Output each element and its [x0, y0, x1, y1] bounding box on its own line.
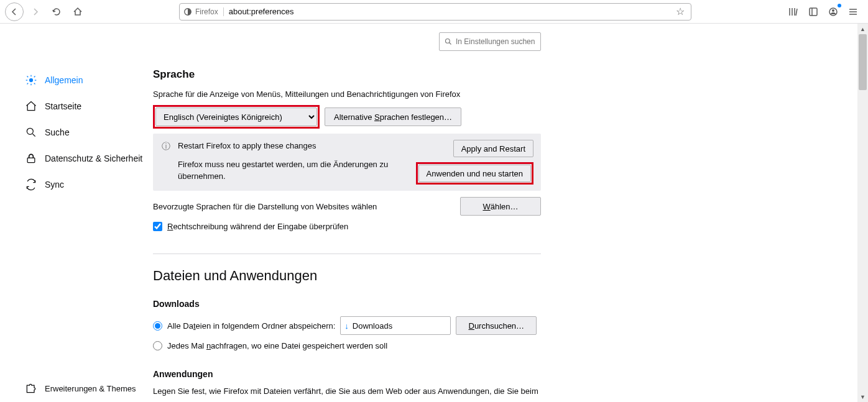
category-extensions[interactable]: Erweiterungen & Themes [0, 377, 143, 400]
applications-heading: Anwendungen [153, 369, 541, 379]
always-ask-radio[interactable] [153, 341, 162, 350]
search-placeholder: In Einstellungen suchen [456, 37, 535, 46]
category-label: Allgemein [45, 75, 83, 85]
vertical-scrollbar[interactable]: ▲ ▼ [857, 24, 868, 402]
applications-description: Legen Sie fest, wie Firefox mit Dateien … [153, 386, 541, 396]
lock-icon [25, 152, 37, 165]
toolbar-right-icons [699, 4, 863, 19]
svg-rect-7 [27, 158, 35, 162]
category-search[interactable]: Suche [0, 119, 143, 145]
restart-message-en: Restart Firefox to apply these changes [178, 140, 410, 152]
svg-point-8 [446, 39, 450, 43]
url-text: about:preferences [224, 7, 673, 16]
back-button[interactable] [5, 2, 24, 21]
preferred-languages-label: Bevorzugte Sprachen für die Darstellung … [153, 202, 377, 211]
scrollbar-thumb[interactable] [859, 34, 867, 90]
menu-button[interactable] [846, 4, 861, 19]
language-description: Sprache für die Anzeige von Menüs, Mitte… [153, 89, 541, 99]
category-label: Startseite [45, 101, 81, 111]
search-icon [25, 126, 37, 139]
category-label: Suche [45, 127, 70, 137]
browse-button[interactable]: Durchsuchen… [456, 316, 537, 335]
preferences-search-input[interactable]: In Einstellungen suchen [439, 32, 541, 51]
download-folder-field[interactable]: ↓ Downloads [340, 316, 451, 335]
identity-box[interactable]: Firefox [183, 7, 224, 16]
svg-point-6 [27, 128, 33, 134]
sync-icon [25, 178, 37, 191]
spellcheck-checkbox[interactable] [153, 222, 162, 231]
preferences-sidebar: Allgemein Startseite Suche Datenschutz &… [0, 24, 143, 402]
save-to-folder-radio[interactable] [153, 321, 162, 331]
info-icon: ⓘ [160, 141, 172, 185]
svg-point-5 [30, 79, 33, 82]
category-label: Erweiterungen & Themes [45, 384, 136, 393]
choose-languages-button[interactable]: Wählen… [460, 197, 541, 216]
arrow-right-icon [30, 7, 40, 17]
highlight-language-select: Englisch (Vereinigtes Königreich) [153, 105, 320, 129]
download-arrow-icon: ↓ [344, 321, 349, 331]
always-ask-label[interactable]: Jedes Mal nachfragen, wo eine Datei gesp… [167, 341, 387, 350]
sidebar-button[interactable] [806, 4, 821, 19]
downloads-heading: Downloads [153, 299, 541, 309]
home-button[interactable] [68, 2, 87, 21]
reload-button[interactable] [47, 2, 66, 21]
set-alternatives-button[interactable]: Alternative Sprachen festlegen… [325, 107, 461, 126]
puzzle-icon [25, 382, 37, 395]
files-heading: Dateien und Anwendungen [153, 268, 541, 284]
firefox-icon [183, 7, 192, 16]
category-label: Sync [45, 180, 64, 190]
scroll-down-arrow[interactable]: ▼ [857, 391, 868, 402]
spellcheck-row: Rechtschreibung während der Eingabe über… [153, 222, 541, 231]
restart-message-box: ⓘ Restart Firefox to apply these changes… [153, 134, 541, 191]
search-icon [445, 38, 452, 45]
account-icon [828, 7, 838, 17]
category-home[interactable]: Startseite [0, 93, 143, 119]
browser-toolbar: Firefox about:preferences ☆ [0, 0, 868, 24]
language-heading: Sprache [153, 68, 541, 81]
anwenden-restart-button[interactable]: Anwenden und neu starten [418, 165, 531, 182]
home-icon [73, 7, 83, 17]
svg-rect-1 [810, 8, 817, 16]
restart-message-de: Firefox muss neu gestartet werden, um di… [178, 158, 410, 183]
arrow-left-icon [9, 7, 19, 17]
category-privacy[interactable]: Datenschutz & Sicherheit [0, 145, 143, 171]
spellcheck-label[interactable]: Rechtschreibung während der Eingabe über… [167, 222, 348, 231]
category-sync[interactable]: Sync [0, 171, 143, 198]
highlight-anwenden-button: Anwenden und neu starten [416, 162, 533, 185]
sidebar-icon [808, 7, 818, 17]
section-separator [153, 254, 541, 254]
identity-label: Firefox [195, 7, 218, 16]
preferences-main: In Einstellungen suchen Sprache Sprache … [143, 24, 566, 402]
home-icon [25, 100, 37, 112]
reload-icon [52, 7, 62, 17]
language-select[interactable]: Englisch (Vereinigtes Königreich) [155, 107, 317, 126]
category-general[interactable]: Allgemein [0, 67, 143, 93]
gear-icon [25, 74, 37, 86]
apply-restart-button[interactable]: Apply and Restart [453, 140, 533, 157]
download-folder-name: Downloads [353, 321, 392, 331]
library-button[interactable] [786, 4, 801, 19]
account-button[interactable] [826, 4, 841, 19]
scroll-up-arrow[interactable]: ▲ [857, 24, 868, 34]
url-bar[interactable]: Firefox about:preferences ☆ [179, 3, 691, 21]
svg-point-4 [832, 9, 834, 12]
save-to-folder-label[interactable]: Alle Dateien in folgendem Ordner abspeic… [167, 321, 335, 331]
hamburger-icon [848, 7, 858, 17]
library-icon [788, 7, 798, 17]
forward-button [26, 2, 45, 21]
bookmark-star-icon[interactable]: ☆ [673, 6, 687, 17]
category-label: Datenschutz & Sicherheit [45, 153, 142, 164]
